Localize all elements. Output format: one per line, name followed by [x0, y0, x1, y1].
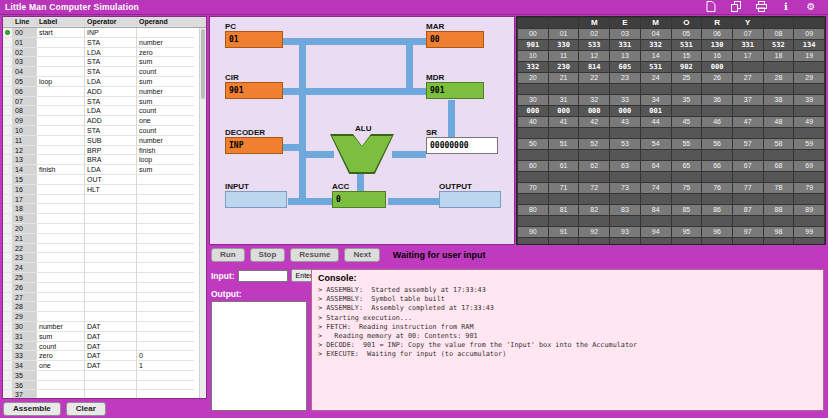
operator-cell[interactable]: [85, 195, 137, 205]
memory-value-cell[interactable]: 814: [579, 62, 609, 72]
memory-value-cell[interactable]: [610, 216, 640, 226]
memory-value-cell[interactable]: [610, 194, 640, 204]
memory-value-cell[interactable]: [794, 62, 824, 72]
editor-row[interactable]: 28: [3, 302, 206, 312]
operator-cell[interactable]: LDA: [85, 165, 137, 175]
memory-value-cell[interactable]: [733, 62, 763, 72]
label-cell[interactable]: [37, 390, 85, 399]
operand-cell[interactable]: [137, 293, 194, 303]
memory-value-cell[interactable]: [733, 194, 763, 204]
memory-value-cell[interactable]: [672, 216, 702, 226]
label-cell[interactable]: [37, 244, 85, 254]
memory-value-cell[interactable]: [764, 238, 794, 245]
operand-cell[interactable]: [137, 390, 194, 399]
memory-value-cell[interactable]: [733, 106, 763, 116]
editor-row[interactable]: 08LDAcount: [3, 106, 206, 116]
memory-value-cell[interactable]: 332: [641, 40, 671, 50]
memory-value-cell[interactable]: [764, 216, 794, 226]
editor-row[interactable]: 33zeroDAT0: [3, 351, 206, 361]
editor-row[interactable]: 30numberDAT: [3, 322, 206, 332]
memory-value-cell[interactable]: 330: [549, 40, 579, 50]
operand-cell[interactable]: finish: [137, 146, 194, 156]
operator-cell[interactable]: [85, 214, 137, 224]
operator-cell[interactable]: DAT: [85, 322, 137, 332]
memory-value-cell[interactable]: [610, 150, 640, 160]
operator-cell[interactable]: STA: [85, 57, 137, 67]
label-cell[interactable]: [37, 253, 85, 263]
memory-value-cell[interactable]: [518, 84, 548, 94]
operator-cell[interactable]: [85, 371, 137, 381]
editor-row[interactable]: 14finishLDAsum: [3, 165, 206, 175]
memory-value-cell[interactable]: [518, 238, 548, 245]
memory-value-cell[interactable]: [518, 194, 548, 204]
memory-value-cell[interactable]: [702, 128, 732, 138]
editor-row[interactable]: 26: [3, 283, 206, 293]
operand-cell[interactable]: [137, 381, 194, 391]
editor-row[interactable]: 12BRPfinish: [3, 146, 206, 156]
editor-row[interactable]: 19: [3, 214, 206, 224]
operand-cell[interactable]: sum: [137, 97, 194, 107]
operand-cell[interactable]: number: [137, 38, 194, 48]
editor-row[interactable]: 04STAcount: [3, 67, 206, 77]
label-cell[interactable]: [37, 224, 85, 234]
memory-value-cell[interactable]: [672, 238, 702, 245]
editor-row[interactable]: 24: [3, 263, 206, 273]
editor-row[interactable]: 31sumDAT: [3, 332, 206, 342]
memory-value-cell[interactable]: [794, 106, 824, 116]
label-cell[interactable]: [37, 57, 85, 67]
clear-button[interactable]: Clear: [66, 402, 106, 416]
operand-cell[interactable]: [137, 175, 194, 185]
memory-value-cell[interactable]: [610, 128, 640, 138]
memory-value-cell[interactable]: [641, 238, 671, 245]
label-cell[interactable]: sum: [37, 332, 85, 342]
operand-cell[interactable]: count: [137, 106, 194, 116]
editor-row[interactable]: 34oneDAT1: [3, 361, 206, 371]
operator-cell[interactable]: LDA: [85, 106, 137, 116]
memory-value-cell[interactable]: 531: [672, 40, 702, 50]
label-cell[interactable]: [37, 302, 85, 312]
editor-row[interactable]: 29: [3, 312, 206, 322]
memory-value-cell[interactable]: 902: [672, 62, 702, 72]
editor-row[interactable]: 17: [3, 195, 206, 205]
memory-value-cell[interactable]: [641, 216, 671, 226]
assemble-button[interactable]: Assemble: [3, 402, 61, 416]
label-cell[interactable]: [37, 116, 85, 126]
editor-row[interactable]: 07STAsum: [3, 97, 206, 107]
memory-value-cell[interactable]: 000: [518, 106, 548, 116]
operand-cell[interactable]: [137, 312, 194, 322]
memory-value-cell[interactable]: [549, 150, 579, 160]
memory-value-cell[interactable]: 533: [579, 40, 609, 50]
operand-cell[interactable]: [137, 195, 194, 205]
editor-row[interactable]: 36: [3, 381, 206, 391]
memory-value-cell[interactable]: [794, 84, 824, 94]
editor-row[interactable]: 37: [3, 390, 206, 399]
editor-row[interactable]: 00startINP: [3, 28, 206, 38]
memory-value-cell[interactable]: [579, 172, 609, 182]
editor-row[interactable]: 16HLT: [3, 185, 206, 195]
label-cell[interactable]: [37, 146, 85, 156]
editor-row[interactable]: 22: [3, 244, 206, 254]
memory-value-cell[interactable]: [518, 216, 548, 226]
editor-row[interactable]: 06ADDnumber: [3, 87, 206, 97]
memory-value-cell[interactable]: [733, 128, 763, 138]
memory-value-cell[interactable]: 000: [579, 106, 609, 116]
memory-value-cell[interactable]: [764, 172, 794, 182]
label-cell[interactable]: [37, 371, 85, 381]
memory-value-cell[interactable]: 001: [641, 106, 671, 116]
label-cell[interactable]: [37, 273, 85, 283]
label-cell[interactable]: [37, 175, 85, 185]
memory-value-cell[interactable]: [579, 194, 609, 204]
memory-value-cell[interactable]: [672, 106, 702, 116]
operator-cell[interactable]: DAT: [85, 361, 137, 371]
memory-value-cell[interactable]: [579, 150, 609, 160]
memory-value-cell[interactable]: 000: [610, 106, 640, 116]
memory-value-cell[interactable]: [764, 62, 794, 72]
operand-cell[interactable]: one: [137, 116, 194, 126]
operator-cell[interactable]: STA: [85, 67, 137, 77]
operand-cell[interactable]: [137, 302, 194, 312]
memory-value-cell[interactable]: 331: [733, 40, 763, 50]
operand-cell[interactable]: sum: [137, 77, 194, 87]
operator-cell[interactable]: HLT: [85, 185, 137, 195]
memory-value-cell[interactable]: [549, 84, 579, 94]
operator-cell[interactable]: [85, 253, 137, 263]
